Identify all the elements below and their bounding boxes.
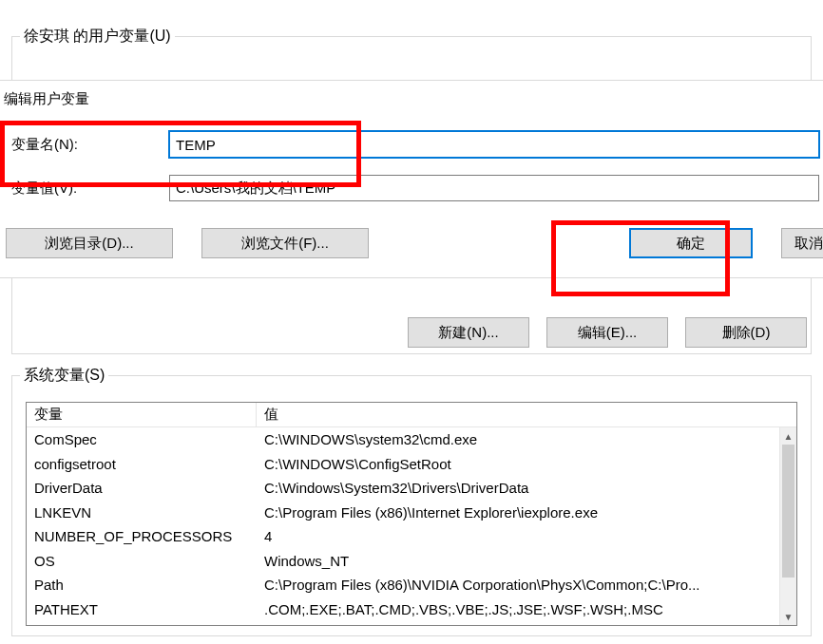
table-row[interactable]: DriverDataC:\Windows\System32\Drivers\Dr… [27, 476, 779, 501]
cell-value: C:\Program Files (x86)\Internet Explorer… [257, 504, 779, 521]
header-col-name[interactable]: 变量 [27, 403, 257, 426]
scroll-up-icon[interactable]: ▲ [780, 427, 796, 445]
browse-file-button[interactable]: 浏览文件(F)... [201, 228, 369, 258]
dialog-title: 编辑用户变量 [0, 90, 823, 131]
cell-value: Windows_NT [257, 553, 779, 569]
scroll-thumb[interactable] [782, 445, 794, 578]
system-vars-table[interactable]: 变量 值 ComSpecC:\WINDOWS\system32\cmd.exec… [26, 402, 797, 626]
cell-name: DriverData [27, 480, 257, 496]
scroll-down-icon[interactable]: ▼ [780, 608, 796, 625]
cell-name: configsetroot [27, 456, 257, 472]
table-row[interactable]: ComSpecC:\WINDOWS\system32\cmd.exe [27, 427, 779, 452]
edit-user-var-dialog: 编辑用户变量 变量名(N): 变量值(V): 浏览目录(D)... 浏览文件(F… [0, 80, 823, 278]
scroll-track[interactable] [780, 445, 796, 608]
var-name-input[interactable] [169, 131, 819, 158]
var-value-label: 变量值(V): [4, 180, 169, 198]
table-row[interactable]: configsetrootC:\WINDOWS\ConfigSetRoot [27, 452, 779, 477]
table-row[interactable]: OSWindows_NT [27, 549, 779, 574]
cell-value: .COM;.EXE;.BAT;.CMD;.VBS;.VBE;.JS;.JSE;.… [257, 601, 779, 617]
var-value-row: 变量值(V): [0, 175, 823, 201]
cell-value: C:\Windows\System32\Drivers\DriverData [257, 480, 779, 496]
cell-name: NUMBER_OF_PROCESSORS [27, 528, 257, 544]
browse-dir-button[interactable]: 浏览目录(D)... [6, 228, 173, 258]
var-value-input[interactable] [169, 175, 819, 201]
table-row[interactable]: PATHEXT.COM;.EXE;.BAT;.CMD;.VBS;.VBE;.JS… [27, 597, 779, 622]
table-row[interactable]: LNKEVNC:\Program Files (x86)\Internet Ex… [27, 501, 779, 525]
ok-button[interactable]: 确定 [629, 228, 753, 258]
edit-user-var-button[interactable]: 编辑(E)... [546, 317, 668, 348]
table-header: 变量 值 [27, 403, 796, 427]
dialog-button-row: 浏览目录(D)... 浏览文件(F)... 确定 取消 [0, 218, 823, 258]
cell-value: C:\WINDOWS\ConfigSetRoot [257, 456, 779, 472]
cancel-button[interactable]: 取消 [781, 228, 823, 258]
cell-name: ComSpec [27, 431, 257, 447]
cell-value: 4 [257, 528, 779, 544]
table-row[interactable]: NUMBER_OF_PROCESSORS4 [27, 524, 779, 549]
cell-name: LNKEVN [27, 504, 257, 521]
system-vars-groupbox: 系统变量(S) 变量 值 ComSpecC:\WINDOWS\system32\… [11, 375, 812, 636]
cell-name: Path [27, 577, 257, 593]
new-user-var-button[interactable]: 新建(N)... [408, 317, 529, 348]
user-vars-label: 徐安琪 的用户变量(U) [20, 28, 175, 44]
var-name-label: 变量名(N): [4, 136, 169, 154]
user-vars-button-row: 新建(N)... 编辑(E)... 删除(D) [12, 317, 807, 348]
cell-value: C:\WINDOWS\system32\cmd.exe [257, 431, 779, 447]
delete-user-var-button[interactable]: 删除(D) [685, 317, 807, 348]
var-name-row: 变量名(N): [0, 131, 823, 158]
cell-name: OS [27, 553, 257, 569]
system-vars-label: 系统变量(S) [20, 367, 108, 383]
cell-value: C:\Program Files (x86)\NVIDIA Corporatio… [257, 577, 779, 593]
cell-name: PATHEXT [27, 601, 257, 617]
vertical-scrollbar[interactable]: ▲ ▼ [779, 427, 796, 625]
table-row[interactable]: PathC:\Program Files (x86)\NVIDIA Corpor… [27, 573, 779, 597]
header-col-value[interactable]: 值 [257, 403, 796, 426]
